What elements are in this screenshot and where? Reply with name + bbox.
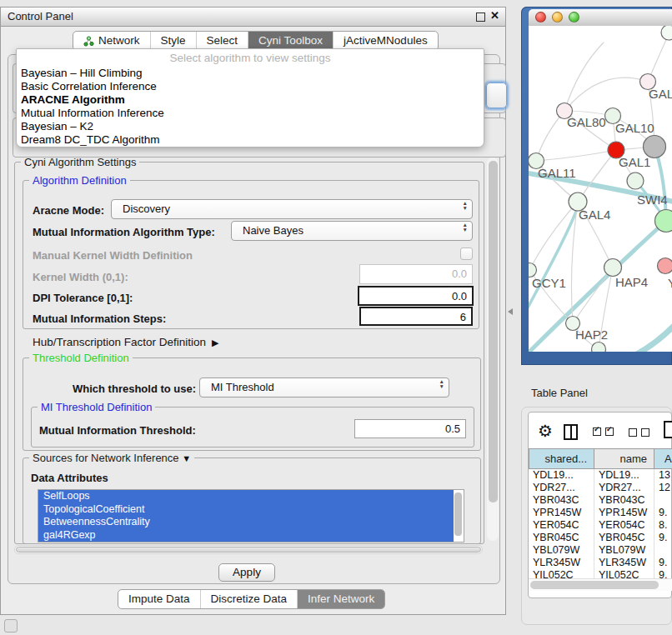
list-scrollbar[interactable]	[454, 492, 462, 536]
table-hscroll-track[interactable]	[529, 578, 672, 591]
aracne-mode-combo[interactable]: Discovery ▲▼	[111, 199, 473, 219]
collapse-down-icon[interactable]: ▼	[182, 453, 191, 463]
which-threshold-combo[interactable]: MI Threshold ▲▼	[199, 378, 449, 398]
attribute-item-selfloops[interactable]: SelfLoops	[38, 490, 454, 503]
table-row[interactable]: YLR345WYLR345W9.	[529, 557, 672, 569]
dpi-tolerance-input[interactable]: 0.0	[358, 286, 474, 306]
network-node-hap4[interactable]	[604, 259, 622, 277]
deselect-all-checkbox-icon[interactable]	[641, 428, 649, 437]
dock-button[interactable]	[4, 619, 18, 632]
tab-cyni-toolbox[interactable]: Cyni Toolbox	[248, 32, 333, 50]
settings-hscroll-thumb[interactable]	[16, 547, 481, 552]
network-window-titlebar[interactable]	[529, 9, 672, 27]
column-header-a[interactable]: A	[654, 448, 672, 469]
combo-spinner-icon: ▲▼	[439, 379, 444, 389]
network-node[interactable]	[661, 26, 672, 40]
algorithm-option-basic-correlation-inference[interactable]: Basic Correlation Inference	[17, 80, 484, 93]
tab-impute-data[interactable]: Impute Data	[118, 590, 200, 608]
attribute-item-topologicalcoefficient[interactable]: TopologicalCoefficient	[38, 503, 454, 517]
combo-spinner-icon: ▲▼	[463, 201, 468, 211]
table-cell: YER054C	[529, 519, 594, 532]
column-visibility-icon[interactable]	[564, 424, 578, 440]
algorithm-option-aracne-algorithm[interactable]: ARACNE Algorithm	[17, 93, 484, 107]
column-header-shared[interactable]: shared...	[529, 448, 594, 469]
algorithm-option-dream8-dc-tdc-algorithm[interactable]: Dream8 DC_TDC Algorithm	[17, 133, 484, 147]
table-row[interactable]: YPR145WYPR145W9.	[529, 507, 672, 519]
network-node-label: GAL10	[615, 121, 654, 135]
data-attributes-list: SelfLoopsTopologicalCoefficientBetweenne…	[38, 489, 464, 542]
select-all-checkbox-icon[interactable]	[605, 428, 614, 436]
network-node[interactable]	[592, 342, 606, 352]
zoom-traffic-light-icon[interactable]	[569, 12, 579, 22]
network-node[interactable]	[655, 210, 672, 232]
network-node-label: HAP4	[615, 275, 648, 289]
tab-discretize-data[interactable]: Discretize Data	[200, 590, 298, 608]
attribute-item-gal4rgexp[interactable]: gal4RGexp	[38, 529, 454, 542]
close-icon[interactable]: ✕	[490, 9, 499, 22]
network-node-swi4[interactable]	[627, 172, 644, 189]
select-all-checkbox-icon[interactable]	[593, 428, 601, 436]
table-cell: 9.	[654, 557, 672, 569]
table-hscroll-thumb[interactable]	[530, 581, 659, 589]
hub-definition-label: Hub/Transcription Factor Definition	[33, 336, 206, 348]
apply-button[interactable]: Apply	[218, 563, 275, 582]
minimize-traffic-light-icon[interactable]	[552, 12, 563, 22]
splitter-collapse-icon[interactable]	[508, 308, 513, 315]
table-settings-gear-icon[interactable]: ⚙	[538, 421, 553, 441]
close-traffic-light-icon[interactable]	[535, 12, 546, 22]
table-cell: 8.	[654, 519, 672, 532]
export-table-icon[interactable]	[664, 421, 672, 438]
algorithm-option-bayesian-hill-climbing[interactable]: Bayesian – Hill Climbing	[17, 67, 484, 80]
network-node-label: GAL11	[538, 166, 576, 180]
table-row[interactable]: YBR043CYBR043C	[529, 494, 672, 507]
network-edge	[536, 111, 564, 161]
network-canvas[interactable]: GALGAL80GAL10GAL1GAL11SWI4GAL4GCY1HAP4YH…	[529, 26, 672, 352]
table-cell: YDR27...	[529, 482, 594, 494]
table-row[interactable]: YER054CYER054C8.	[529, 519, 672, 532]
tab-label: Select	[207, 32, 238, 50]
mi-threshold-input[interactable]: 0.5	[354, 419, 466, 438]
manual-kernel-label: Manual Kernel Width Definition	[33, 249, 193, 262]
table-row[interactable]: YBL079WYBL079W	[529, 544, 672, 557]
table-cell	[654, 544, 672, 557]
float-window-icon[interactable]	[476, 12, 485, 22]
algorithm-option-mutual-information-inference[interactable]: Mutual Information Inference	[17, 107, 484, 120]
threshold-definition-title: Threshold Definition	[29, 352, 133, 364]
network-node-y[interactable]	[658, 258, 672, 274]
column-header-name[interactable]: name	[594, 448, 654, 469]
table-row[interactable]: YDL19...YDL19...13	[529, 469, 672, 482]
hub-definition-expander[interactable]: Hub/Transcription Factor Definition ▶	[33, 336, 218, 348]
tab-label: Infer Network	[308, 590, 374, 608]
mi-steps-input[interactable]: 6	[359, 307, 473, 326]
table-cell: YER054C	[594, 519, 654, 532]
tab-infer-network[interactable]: Infer Network	[297, 590, 384, 608]
table-cell: YBR043C	[529, 494, 594, 507]
tab-style[interactable]: Style	[150, 32, 196, 50]
settings-hscroll-track[interactable]	[14, 545, 483, 554]
table-row[interactable]: YDR27...YDR27...12	[529, 482, 672, 494]
network-edge	[564, 78, 648, 111]
mi-type-value: Naive Bayes	[243, 224, 303, 237]
table-cell: YDR27...	[594, 482, 654, 494]
algorithm-combo-focus-fragment[interactable]	[486, 82, 507, 108]
kernel-width-label: Kernel Width (0,1):	[33, 271, 128, 283]
table-row[interactable]: YBR045CYBR045C9.	[529, 532, 672, 544]
kernel-width-input[interactable]: 0.0	[359, 264, 473, 284]
dropdown-prompt: Select algorithm to view settings	[17, 49, 484, 67]
table-cell: YDL19...	[594, 469, 654, 482]
table-cell: YLR345W	[594, 557, 654, 569]
deselect-all-checkbox-icon[interactable]	[629, 428, 637, 437]
network-node-gcy1[interactable]	[529, 263, 537, 278]
tab-select[interactable]: Select	[196, 32, 248, 50]
network-edge	[529, 209, 577, 316]
attribute-item-betweennesscentrality[interactable]: BetweennessCentrality	[38, 516, 454, 529]
settings-vscroll-track[interactable]	[487, 158, 499, 541]
tab-jactivemnodules[interactable]: jActiveMNodules	[333, 32, 438, 50]
algorithm-option-bayesian-k2[interactable]: Bayesian – K2	[17, 120, 484, 133]
expand-right-icon: ▶	[209, 338, 219, 348]
tab-network[interactable]: Network	[73, 32, 150, 50]
manual-kernel-checkbox[interactable]	[460, 248, 473, 260]
settings-vscroll-thumb[interactable]	[489, 161, 498, 502]
mi-type-combo[interactable]: Naive Bayes ▲▼	[231, 221, 473, 241]
control-panel-titlebar: Control Panel ✕	[1, 8, 505, 27]
